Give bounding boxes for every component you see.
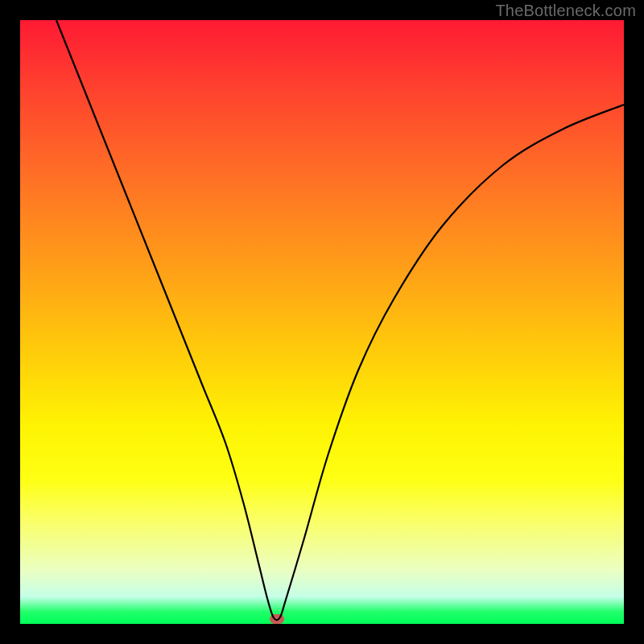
plot-area	[20, 20, 624, 624]
watermark-text: TheBottleneck.com	[495, 2, 636, 20]
chart-frame: TheBottleneck.com	[0, 0, 644, 644]
curve-layer	[20, 20, 624, 624]
bottleneck-curve	[56, 20, 624, 620]
